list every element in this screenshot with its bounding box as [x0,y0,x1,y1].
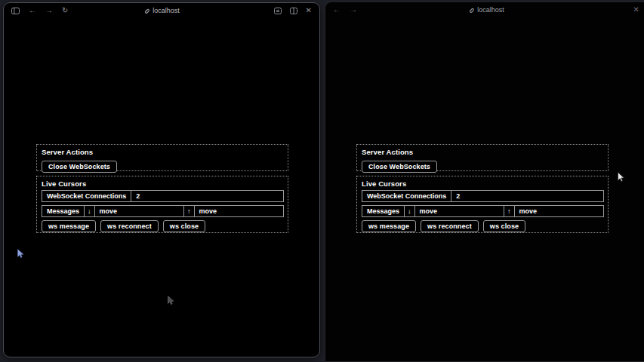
back-icon[interactable]: ← [29,7,36,14]
window-controls: ✕ [274,7,312,14]
close-websockets-button[interactable]: Close WebSockets [42,161,117,173]
messages-label: Messages [362,206,405,216]
messages-row: Messages ↓ move ↑ move [362,205,604,217]
connections-row: WebSocket Connections 2 [42,190,284,202]
messages-row: Messages ↓ move ↑ move [42,205,284,217]
sidebar-toggle-icon[interactable] [11,8,20,14]
incoming-message: move [95,206,184,216]
incoming-arrow-icon: ↓ [85,206,95,216]
desktop: { "icons": { "back": "←", "forward": "→"… [0,0,644,362]
page-url: localhost [153,7,180,14]
window-controls: ✕ [633,6,639,14]
browser-window-right: ← → localhost ✕ Server Actions Close Web… [325,2,644,362]
page-url: localhost [477,6,504,14]
close-icon[interactable]: ✕ [306,7,312,14]
connections-label: WebSocket Connections [362,191,451,201]
reload-icon[interactable]: ↻ [62,7,68,14]
ws-buttons-row: ws message ws reconnect ws close [362,220,604,232]
ws-buttons-row: ws message ws reconnect ws close [42,220,284,232]
connections-label: WebSocket Connections [42,191,131,201]
incoming-message: move [415,206,504,216]
nav-controls: ← → ↻ [11,7,68,14]
ws-reconnect-button[interactable]: ws reconnect [100,220,159,232]
server-actions-panel: Server Actions Close WebSockets [356,144,609,171]
link-icon [468,7,474,13]
split-view-icon[interactable] [290,8,297,14]
live-cursors-panel: Live Cursors WebSocket Connections 2 Mes… [356,176,609,233]
titlebar[interactable]: ← → localhost ✕ [325,2,644,17]
outgoing-arrow-icon: ↑ [504,206,515,216]
reader-view-icon[interactable] [274,8,282,14]
server-actions-panel: Server Actions Close WebSockets [36,144,288,171]
outgoing-message: move [195,206,283,216]
ws-close-button[interactable]: ws close [163,220,205,232]
forward-icon[interactable]: → [45,7,53,14]
outgoing-arrow-icon: ↑ [184,206,195,216]
forward-icon[interactable]: → [350,6,357,14]
ws-reconnect-button[interactable]: ws reconnect [421,220,479,232]
connections-count: 2 [131,191,283,201]
connections-row: WebSocket Connections 2 [362,190,604,202]
server-actions-title: Server Actions [42,148,284,156]
close-icon[interactable]: ✕ [633,6,639,14]
close-websockets-button[interactable]: Close WebSockets [362,161,437,173]
nav-controls: ← → [333,6,357,14]
live-cursors-title: Live Cursors [362,179,604,188]
live-cursors-panel: Live Cursors WebSocket Connections 2 Mes… [36,176,288,233]
ws-close-button[interactable]: ws close [483,220,525,232]
titlebar[interactable]: ← → ↻ localhost ✕ [4,3,319,18]
link-icon [143,8,149,14]
back-icon[interactable]: ← [333,6,340,14]
incoming-arrow-icon: ↓ [405,206,415,216]
messages-label: Messages [42,206,85,216]
live-cursors-title: Live Cursors [42,179,284,188]
browser-window-left: ← → ↻ localhost ✕ Server Actions Close W… [3,2,320,357]
ws-message-button[interactable]: ws message [42,220,96,232]
connections-count: 2 [451,191,603,201]
server-actions-title: Server Actions [362,148,604,156]
address-bar[interactable]: localhost [325,2,644,17]
ws-message-button[interactable]: ws message [362,220,416,232]
outgoing-message: move [515,206,603,216]
